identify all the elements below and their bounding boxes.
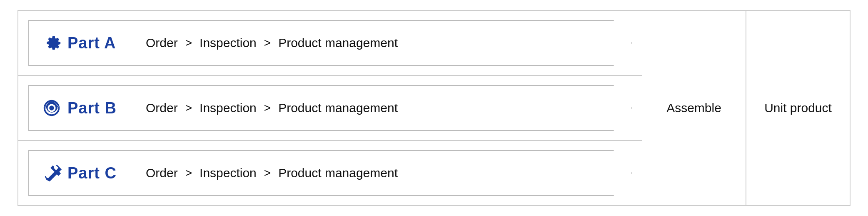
part-b-shape: Part B Order > Inspection > Product mana… [28,85,632,131]
part-c-steps: Order > Inspection > Product management [146,166,398,180]
assemble-cell: Assemble [642,10,746,206]
gear-icon [42,33,62,53]
step-arrow-6: > [264,166,271,180]
assemble-label: Assemble [666,101,721,115]
part-b-step-1: Order [146,101,178,115]
unit-product-cell: Unit product [746,10,851,206]
step-arrow-5: > [185,166,192,180]
part-b-row: Part B Order > Inspection > Product mana… [18,76,642,141]
main-container: Part A Order > Inspection > Product mana… [17,10,851,206]
parts-rows: Part A Order > Inspection > Product mana… [17,10,642,206]
step-arrow-2: > [264,36,271,50]
step-arrow-4: > [264,101,271,115]
part-a-steps: Order > Inspection > Product management [146,36,398,50]
part-a-arrow: Part A Order > Inspection > Product mana… [28,20,632,66]
part-b-content: Part B Order > Inspection > Product mana… [29,98,631,118]
part-a-shape: Part A Order > Inspection > Product mana… [28,20,632,66]
part-b-step-2: Inspection [200,101,257,115]
part-c-name: Part C [67,164,117,182]
part-c-shape: Part C Order > Inspection > Product mana… [28,150,632,196]
part-c-step-3: Product management [278,166,398,180]
part-c-label: Part C [42,163,133,183]
part-b-name: Part B [67,99,117,117]
step-arrow-1: > [185,36,192,50]
part-a-step-2: Inspection [200,36,257,50]
part-c-arrow: Part C Order > Inspection > Product mana… [28,150,632,196]
part-b-label: Part B [42,98,133,118]
part-a-label: Part A [42,33,133,53]
part-a-name: Part A [67,34,116,52]
part-c-step-2: Inspection [200,166,257,180]
hammer-icon [42,163,62,183]
part-b-steps: Order > Inspection > Product management [146,101,398,115]
part-a-step-3: Product management [278,36,398,50]
part-c-row: Part C Order > Inspection > Product mana… [18,141,642,205]
part-c-content: Part C Order > Inspection > Product mana… [29,163,631,183]
part-b-step-3: Product management [278,101,398,115]
part-a-content: Part A Order > Inspection > Product mana… [29,33,631,53]
part-a-step-1: Order [146,36,178,50]
part-c-step-1: Order [146,166,178,180]
bolt-icon [42,98,62,118]
part-b-arrow: Part B Order > Inspection > Product mana… [28,85,632,131]
part-a-row: Part A Order > Inspection > Product mana… [18,11,642,76]
step-arrow-3: > [185,101,192,115]
unit-product-label: Unit product [764,101,832,115]
